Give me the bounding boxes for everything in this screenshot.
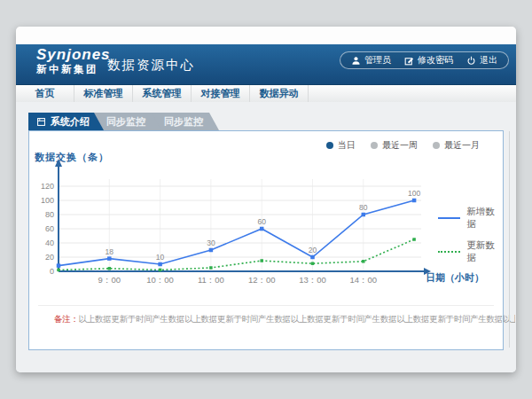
svg-text:20: 20 bbox=[309, 246, 317, 254]
svg-text:10: 10 bbox=[156, 253, 165, 262]
nav-item-4[interactable]: 数据异动 bbox=[250, 85, 309, 102]
svg-text:100: 100 bbox=[41, 196, 54, 205]
footnote-text: 以上数据更新于时间产生数据以上数据更新于时间产生数据以上数据更新于时间产生数据以… bbox=[79, 314, 515, 324]
svg-text:80: 80 bbox=[45, 210, 54, 219]
nav-item-0[interactable]: 首页 bbox=[16, 85, 74, 102]
svg-text:14：00: 14：00 bbox=[349, 275, 377, 285]
time-filter-label: 当日 bbox=[338, 139, 356, 152]
time-filter-option-0[interactable]: 当日 bbox=[326, 139, 356, 152]
radio-icon bbox=[433, 142, 440, 149]
svg-text:13：00: 13：00 bbox=[299, 275, 326, 285]
page-title: 数据资源中心 bbox=[107, 57, 195, 74]
footnote: 备注：以上数据更新于时间产生数据以上数据更新于时间产生数据以上数据更新于时间产生… bbox=[54, 314, 515, 325]
nav-item-2[interactable]: 系统管理 bbox=[133, 85, 192, 102]
window-top-strip bbox=[16, 27, 516, 44]
svg-text:11：00: 11：00 bbox=[198, 275, 224, 285]
logout-icon bbox=[466, 56, 476, 66]
nav-item-1[interactable]: 标准管理 bbox=[74, 85, 133, 102]
chart-legend: 新增数据更新数据 bbox=[438, 206, 503, 264]
radio-icon bbox=[326, 142, 333, 149]
user-menu-item-1[interactable]: 修改密码 bbox=[404, 54, 453, 66]
app-window: Synjones 新中新集团 数据资源中心 管理员修改密码退出 首页标准管理系统… bbox=[16, 27, 516, 372]
scrollbar-track[interactable] bbox=[509, 131, 510, 348]
tab-label: 同步监控 bbox=[106, 116, 145, 127]
legend-label: 更新数据 bbox=[466, 239, 503, 264]
content-area: 系统介绍同步监控同步监控 当日最近一周最近一月 数据交换（条） 02040608… bbox=[16, 102, 516, 372]
user-menu-label: 管理员 bbox=[364, 54, 391, 66]
brand-logo: Synjones 新中新集团 bbox=[36, 47, 111, 74]
radio-icon bbox=[371, 142, 378, 149]
svg-text:9：00: 9：00 bbox=[98, 275, 121, 285]
legend-label: 新增数据 bbox=[466, 206, 503, 231]
time-filter-option-1[interactable]: 最近一周 bbox=[371, 139, 418, 152]
tab-2[interactable]: 同步监控 bbox=[150, 113, 219, 130]
tab-label: 同步监控 bbox=[164, 116, 203, 127]
nav-item-3[interactable]: 对接管理 bbox=[192, 85, 250, 102]
tab-1[interactable]: 同步监控 bbox=[92, 113, 161, 130]
user-menu-label: 修改密码 bbox=[418, 54, 453, 66]
time-range-filter: 当日最近一周最近一月 bbox=[326, 139, 480, 152]
solid-line-swatch bbox=[438, 217, 460, 219]
svg-text:30: 30 bbox=[207, 239, 215, 247]
svg-text:12：00: 12：00 bbox=[248, 275, 276, 285]
brand-logo-en: Synjones bbox=[36, 47, 111, 64]
footnote-label: 备注： bbox=[54, 314, 79, 324]
svg-text:40: 40 bbox=[45, 239, 54, 247]
dotted-line-swatch bbox=[438, 251, 460, 253]
tab-label: 系统介绍 bbox=[51, 113, 90, 130]
card-divider bbox=[38, 305, 494, 306]
user-icon bbox=[351, 56, 361, 66]
edit-icon bbox=[404, 56, 414, 66]
brand-logo-cn: 新中新集团 bbox=[36, 64, 111, 75]
app-header: Synjones 新中新集团 数据资源中心 管理员修改密码退出 bbox=[16, 44, 516, 85]
tab-0[interactable]: 系统介绍 bbox=[28, 113, 104, 130]
main-nav: 首页标准管理系统管理对接管理数据异动 bbox=[16, 85, 516, 103]
svg-text:10：00: 10：00 bbox=[146, 275, 174, 285]
user-menu-label: 退出 bbox=[480, 54, 497, 66]
svg-text:100: 100 bbox=[408, 189, 420, 198]
svg-text:120: 120 bbox=[41, 182, 54, 191]
tab-bar: 系统介绍同步监控同步监控 bbox=[28, 113, 516, 130]
legend-item-1: 更新数据 bbox=[438, 239, 503, 264]
time-filter-label: 最近一月 bbox=[444, 139, 480, 152]
user-menu: 管理员修改密码退出 bbox=[340, 51, 509, 69]
user-menu-item-0[interactable]: 管理员 bbox=[351, 54, 391, 66]
time-filter-option-2[interactable]: 最近一月 bbox=[433, 139, 480, 152]
legend-item-0: 新增数据 bbox=[438, 206, 503, 231]
time-filter-label: 最近一周 bbox=[382, 139, 418, 152]
desktop-background: Synjones 新中新集团 数据资源中心 管理员修改密码退出 首页标准管理系统… bbox=[0, 0, 532, 399]
svg-text:18: 18 bbox=[106, 247, 114, 256]
svg-text:80: 80 bbox=[359, 203, 368, 212]
svg-text:60: 60 bbox=[257, 217, 266, 226]
svg-text:60: 60 bbox=[45, 224, 54, 233]
x-axis-title: 日期（小时） bbox=[426, 271, 484, 285]
user-menu-item-2[interactable]: 退出 bbox=[466, 54, 497, 66]
svg-text:0: 0 bbox=[50, 267, 54, 276]
chart-card: 当日最近一周最近一月 数据交换（条） 0204060801001209：0010… bbox=[28, 130, 504, 350]
svg-text:20: 20 bbox=[45, 253, 54, 262]
doc-icon bbox=[36, 117, 46, 127]
